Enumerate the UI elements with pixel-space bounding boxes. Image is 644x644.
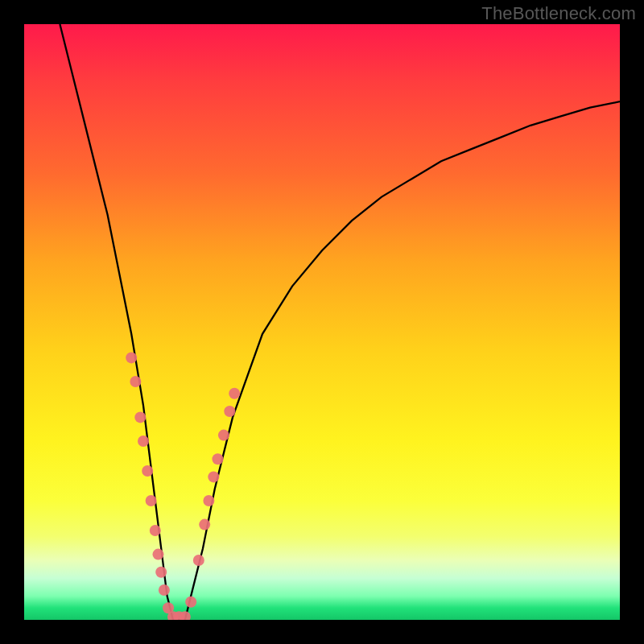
data-marker <box>159 584 170 596</box>
curve-svg <box>24 24 620 620</box>
data-marker <box>153 549 164 560</box>
data-marker <box>138 436 149 447</box>
data-marker <box>130 376 141 387</box>
data-marker <box>126 352 137 363</box>
data-marker <box>218 430 229 441</box>
data-marker <box>213 453 224 464</box>
data-marker <box>224 406 235 417</box>
bottleneck-curve <box>60 24 620 620</box>
data-marker <box>185 597 196 608</box>
data-marker <box>146 495 157 506</box>
watermark-label: TheBottleneck.com <box>481 3 636 24</box>
data-marker <box>134 411 146 423</box>
data-marker <box>150 525 161 536</box>
chart-frame: TheBottleneck.com <box>0 0 644 644</box>
data-marker <box>203 495 214 506</box>
marker-group <box>126 352 240 620</box>
data-marker <box>199 519 210 530</box>
data-marker <box>155 567 167 578</box>
data-marker <box>229 388 240 399</box>
data-marker <box>142 465 153 477</box>
data-marker <box>208 471 219 482</box>
data-marker <box>193 555 204 566</box>
plot-area <box>24 24 620 620</box>
